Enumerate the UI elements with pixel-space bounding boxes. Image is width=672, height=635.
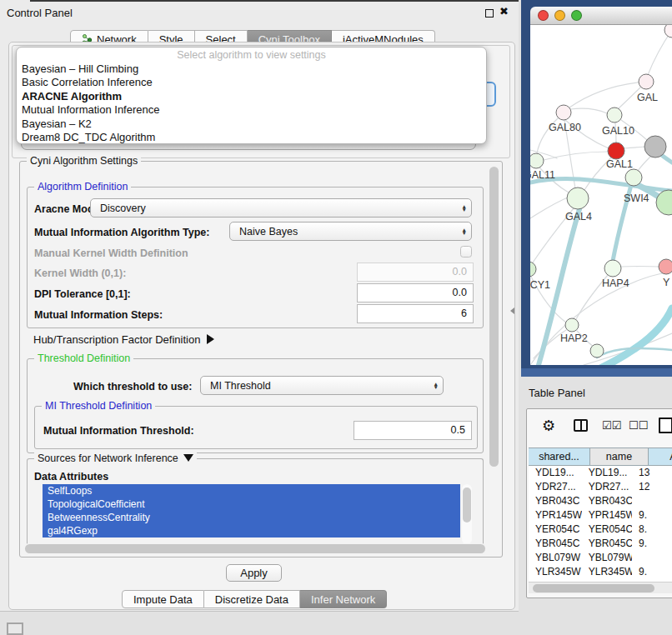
network-node-gal4[interactable] [567, 188, 589, 209]
close-icon[interactable]: ✖ [499, 5, 509, 18]
network-node[interactable] [644, 136, 666, 158]
network-node-gal10[interactable] [607, 108, 622, 122]
bottom-tab[interactable]: Discretize Data [204, 590, 300, 608]
table-rows: YDL19... YDL19... 13 YDR27... YDR27... 1… [529, 466, 672, 591]
cell-shared-name: YDR27... [529, 480, 582, 494]
cell-name: YPR145W [582, 508, 632, 522]
cell-shared-name: YBL079W [529, 551, 582, 565]
dropdown-items: Bayesian – Hill ClimbingBasic Correlatio… [17, 62, 486, 144]
deselect-all-checkboxes-icon[interactable]: ☐☐ [629, 419, 648, 432]
dropdown-item[interactable]: Mutual Information Inference [17, 103, 486, 117]
network-canvas[interactable]: GALGAL80GAL10GAL1GAL11SWI4GAL4GCY1HAP4YH… [530, 25, 672, 365]
table-row[interactable]: YLR345W YLR345W 9. [529, 565, 672, 579]
which-threshold-combo[interactable]: MI Threshold ▲▼ [200, 376, 444, 395]
network-node[interactable] [664, 25, 672, 38]
dropdown-item[interactable]: Bayesian – Hill Climbing [17, 62, 486, 76]
network-node-label: HAP4 [602, 278, 629, 289]
network-view-window: GALGAL80GAL10GAL1GAL11SWI4GAL4GCY1HAP4YH… [521, 0, 672, 377]
data-attribute-item[interactable]: TopologicalCoefficient [43, 498, 460, 511]
cell-name: YDL19... [582, 466, 632, 480]
network-graph: GALGAL80GAL10GAL1GAL11SWI4GAL4GCY1HAP4YH… [530, 25, 672, 365]
data-attribute-item[interactable]: SelfLoops [43, 484, 460, 498]
network-node-swi4[interactable] [625, 169, 642, 186]
network-window-titlebar[interactable] [530, 7, 672, 25]
float-window-icon[interactable] [485, 9, 494, 18]
network-node[interactable] [590, 344, 604, 358]
bottom-tabs: Impute Data Discretize Data Infer Networ… [122, 590, 387, 608]
bottom-tab[interactable]: Infer Network [300, 590, 387, 608]
network-edge [570, 108, 607, 113]
dpi-tolerance-field[interactable]: 0.0 [357, 283, 474, 302]
document-icon[interactable] [659, 418, 672, 433]
table-row[interactable]: YER054C YER054C 8. [529, 522, 672, 537]
sources-group-title[interactable]: Sources for Network Inference [34, 452, 197, 464]
mi-type-combo[interactable]: Naive Bayes ▲▼ [229, 222, 472, 241]
close-traffic-light[interactable] [538, 10, 549, 21]
dropdown-item[interactable]: Dream8 DC_TDC Algorithm [17, 131, 486, 144]
which-threshold-label: Which threshold to use: [73, 381, 192, 392]
cell-value [632, 494, 672, 508]
mi-threshold-group-title: MI Threshold Definition [42, 400, 155, 412]
sources-group: Sources for Network Inference Data Attri… [27, 458, 484, 550]
table-row[interactable]: YBR043C YBR043C [529, 494, 672, 508]
gear-icon[interactable]: ⚙ [542, 417, 555, 435]
network-edge [638, 156, 651, 171]
data-attribute-item[interactable]: gal4RGexp [43, 524, 460, 538]
table-horizontal-scrollbar[interactable] [529, 582, 672, 593]
network-node-label: SWI4 [624, 192, 649, 204]
network-node-hap2[interactable] [565, 318, 579, 332]
mi-steps-field[interactable]: 6 [357, 304, 474, 323]
attribute-list-scrollbar[interactable] [462, 484, 472, 544]
settings-horizontal-scrollbar[interactable] [23, 543, 487, 554]
data-attribute-item[interactable]: BetweennessCentrality [43, 511, 460, 524]
zoom-traffic-light[interactable] [571, 10, 582, 21]
column-header-partial[interactable]: A [649, 448, 672, 466]
dropdown-item[interactable]: Basic Correlation Inference [17, 76, 486, 89]
table-row[interactable]: YDL19... YDL19... 13 [529, 466, 672, 480]
settings-vertical-scrollbar[interactable] [489, 165, 499, 545]
mi-threshold-field[interactable]: 0.5 [354, 421, 472, 440]
table-row[interactable]: YBL079W YBL079W [529, 551, 672, 565]
table-row[interactable]: YBR045C YBR045C 9. [529, 537, 672, 551]
network-node-label: Y [663, 277, 670, 288]
dropdown-item[interactable]: ARACNE Algorithm [17, 90, 486, 103]
dropdown-item[interactable]: Bayesian – K2 [17, 118, 486, 131]
combo-arrows-icon: ▲▼ [462, 228, 467, 235]
columns-icon[interactable] [574, 419, 588, 432]
network-node-gal1[interactable] [608, 142, 624, 159]
cell-shared-name: YBR043C [529, 494, 582, 508]
splitter-arrow-icon[interactable] [510, 308, 514, 314]
hub-definition-toggle[interactable]: Hub/Transcription Factor Definition [33, 333, 214, 346]
table-row[interactable]: YDR27... YDR27... 12 [529, 480, 672, 494]
network-node-label: GAL10 [602, 125, 634, 137]
apply-button[interactable]: Apply [226, 564, 282, 582]
manual-kernel-checkbox[interactable] [460, 246, 472, 258]
aracne-mode-combo[interactable]: Discovery ▲▼ [90, 198, 472, 218]
network-node-label: HAP2 [560, 332, 588, 344]
network-node-label: GAL [637, 92, 658, 103]
threshold-definition-group: Threshold Definition Which threshold to … [27, 358, 484, 453]
network-node-y[interactable] [659, 259, 672, 274]
network-edge [620, 267, 659, 268]
table-row[interactable]: YPR145W YPR145W 9. [529, 508, 672, 522]
network-node-gal80[interactable] [556, 105, 571, 120]
network-node-hap4[interactable] [604, 260, 621, 277]
kernel-width-field[interactable]: 0.0 [357, 262, 474, 282]
column-header-name[interactable]: name [590, 448, 649, 466]
select-all-checkboxes-icon[interactable]: ☑☑ [602, 419, 621, 432]
tab-content-panel: galFiltered.sif default node ▲▼ Select a… [8, 42, 515, 610]
network-node-gal[interactable] [639, 74, 654, 89]
bottom-tab-label: Infer Network [311, 593, 375, 606]
column-header-shared-name[interactable]: shared... [529, 448, 590, 466]
cell-shared-name: YBR045C [529, 537, 582, 551]
minimized-panel-icon[interactable] [7, 622, 23, 635]
minimize-traffic-light[interactable] [554, 10, 565, 21]
cell-value [632, 551, 672, 565]
network-node-gcy1[interactable] [530, 262, 536, 277]
mi-threshold-group: MI Threshold Definition Mutual Informati… [34, 406, 478, 449]
cell-value: 9. [632, 565, 672, 579]
combo-arrows-icon: ▲▼ [434, 382, 439, 389]
bottom-tab[interactable]: Impute Data [122, 590, 204, 608]
manual-kernel-label: Manual Kernel Width Definition [34, 248, 188, 259]
network-node-gal11[interactable] [530, 153, 544, 168]
